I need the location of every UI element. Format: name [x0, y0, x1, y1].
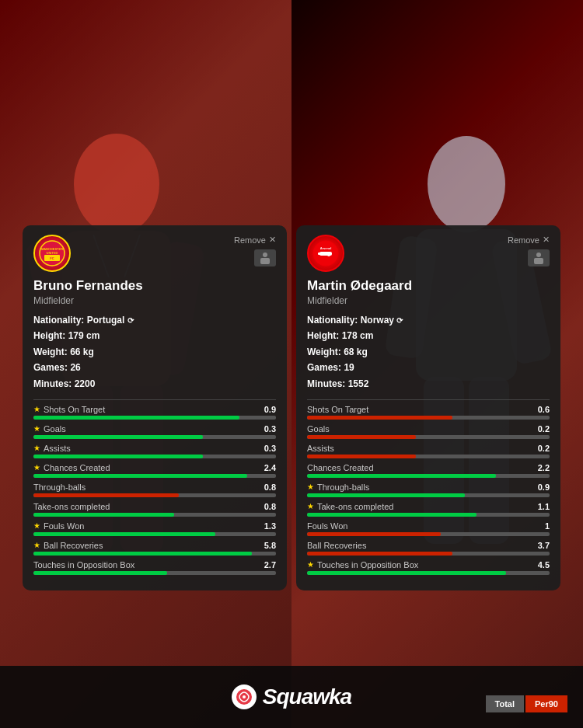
player2-position: Midfielder: [307, 295, 550, 306]
stat-bar-container: [307, 474, 550, 478]
stat-label: ★Chances Created: [33, 463, 110, 472]
stat-value: 0.2: [538, 444, 550, 453]
stat-value: 0.9: [264, 405, 276, 414]
stat-bar-container: [307, 532, 550, 536]
stat-value: 0.2: [538, 424, 550, 434]
stat-label: Ball Recoveries: [307, 541, 366, 550]
stat-row: ★Take-ons completed1.1: [307, 502, 550, 517]
stat-label: ★Take-ons completed: [307, 502, 393, 511]
stat-bar-fill: [307, 455, 416, 458]
stat-bar-container: [307, 493, 550, 497]
main-content: MANCHESTER UNITED FC Remove ✕: [0, 0, 583, 728]
player2-info: Nationality: Norway ⟳ Height: 178 cm Wei…: [307, 312, 550, 392]
svg-rect-27: [534, 258, 543, 264]
stat-bar-container: [307, 552, 550, 556]
stat-label: Goals: [307, 424, 330, 434]
stat-label: Touches in Opposition Box: [33, 560, 134, 570]
stat-row: ★Fouls Won1.3: [33, 521, 276, 536]
stat-label: ★Assists: [33, 444, 71, 453]
svg-rect-24: [318, 253, 321, 255]
svg-point-25: [327, 253, 330, 256]
stat-value: 0.3: [264, 424, 276, 434]
card2-header-right: Remove ✕: [508, 235, 550, 266]
stat-bar-fill: [307, 571, 506, 575]
stat-value: 4.5: [538, 560, 550, 570]
player1-height: Height: 179 cm: [33, 328, 276, 343]
player1-icon[interactable]: [254, 249, 276, 266]
stat-bar-fill: [33, 552, 252, 556]
squawka-logo: Squawka: [232, 684, 351, 709]
player2-icon[interactable]: [528, 249, 550, 266]
card1-divider: [33, 399, 276, 400]
stat-value: 0.3: [264, 444, 276, 453]
stat-value: 0.8: [264, 502, 276, 511]
remove2-button[interactable]: Remove ✕: [508, 235, 550, 245]
stat-bar-fill: [33, 455, 203, 458]
svg-point-19: [263, 253, 267, 257]
stat-row: ★Assists0.3: [33, 444, 276, 458]
stat-value: 1: [545, 521, 550, 531]
stat-row: ★Through-balls0.9: [307, 482, 550, 497]
stat-row: Assists0.2: [307, 444, 550, 458]
player2-height: Height: 178 cm: [307, 328, 550, 343]
toggle-per90-button[interactable]: Per90: [525, 695, 567, 712]
squawka-icon: [232, 684, 257, 709]
player1-info: Nationality: Portugal ⟳ Height: 179 cm W…: [33, 312, 276, 392]
manu-logo: MANCHESTER UNITED FC: [33, 235, 71, 272]
card2-header: Arsenal Remove ✕: [307, 235, 550, 272]
player1-stats: ★Shots On Target0.9★Goals0.3★Assists0.3★…: [33, 405, 276, 575]
stat-label: ★Through-balls: [307, 482, 369, 492]
player2-games: Games: 19: [307, 360, 550, 375]
stat-bar-fill: [307, 493, 465, 497]
stat-row: Chances Created2.2: [307, 463, 550, 478]
player1-nationality: Nationality: Portugal ⟳: [33, 312, 276, 328]
stat-bar-fill: [307, 474, 496, 478]
svg-text:UNITED: UNITED: [47, 251, 58, 255]
arsenal-logo: Arsenal: [307, 235, 344, 272]
stat-bar-container: [33, 474, 276, 478]
stat-bar-container: [307, 435, 550, 439]
stat-label: Chances Created: [307, 463, 374, 472]
stat-bar-container: [33, 493, 276, 497]
player2-name: Martin Ødegaard: [307, 278, 550, 294]
card1-header-right: Remove ✕: [234, 235, 276, 266]
stat-label: Assists: [307, 444, 334, 453]
player1-games: Games: 26: [33, 360, 276, 375]
stat-label: Fouls Won: [307, 521, 347, 531]
stat-bar-fill: [33, 474, 247, 478]
remove1-button[interactable]: Remove ✕: [234, 235, 276, 245]
toggle-total-button[interactable]: Total: [486, 695, 524, 712]
stat-bar-container: [307, 513, 550, 517]
player2-minutes: Minutes: 1552: [307, 376, 550, 392]
stat-label: ★Touches in Opposition Box: [307, 560, 418, 570]
toggle-group: Total Per90: [486, 695, 567, 712]
stat-bar-fill: [307, 435, 416, 439]
stat-row: Touches in Opposition Box2.7: [33, 560, 276, 575]
stat-bar-fill: [33, 493, 179, 497]
player2-weight: Weight: 68 kg: [307, 344, 550, 360]
svg-text:Arsenal: Arsenal: [320, 246, 332, 250]
stat-value: 2.7: [264, 560, 276, 570]
stat-value: 0.8: [264, 482, 276, 492]
player1-position: Midfielder: [33, 295, 276, 306]
stat-bar-container: [33, 416, 276, 420]
player1-card: MANCHESTER UNITED FC Remove ✕: [23, 225, 287, 590]
stat-value: 0.6: [538, 405, 550, 414]
stat-bar-container: [307, 416, 550, 420]
squawka-brand: Squawka: [263, 684, 351, 709]
stat-bar-fill: [307, 416, 452, 420]
stat-value: 0.9: [538, 482, 550, 492]
stat-bar-fill: [33, 532, 215, 536]
stat-row: ★Goals0.3: [33, 424, 276, 439]
player1-weight: Weight: 66 kg: [33, 344, 276, 360]
card1-header: MANCHESTER UNITED FC Remove ✕: [33, 235, 276, 272]
stat-bar-container: [33, 532, 276, 536]
stat-row: ★Touches in Opposition Box4.5: [307, 560, 550, 575]
stat-value: 5.8: [264, 541, 276, 550]
cards-row: MANCHESTER UNITED FC Remove ✕: [0, 210, 583, 590]
stat-row: Shots On Target0.6: [307, 405, 550, 420]
stat-bar-container: [33, 552, 276, 556]
stat-row: Take-ons completed0.8: [33, 502, 276, 517]
stat-row: Ball Recoveries3.7: [307, 541, 550, 556]
stat-label: ★Shots On Target: [33, 405, 105, 414]
